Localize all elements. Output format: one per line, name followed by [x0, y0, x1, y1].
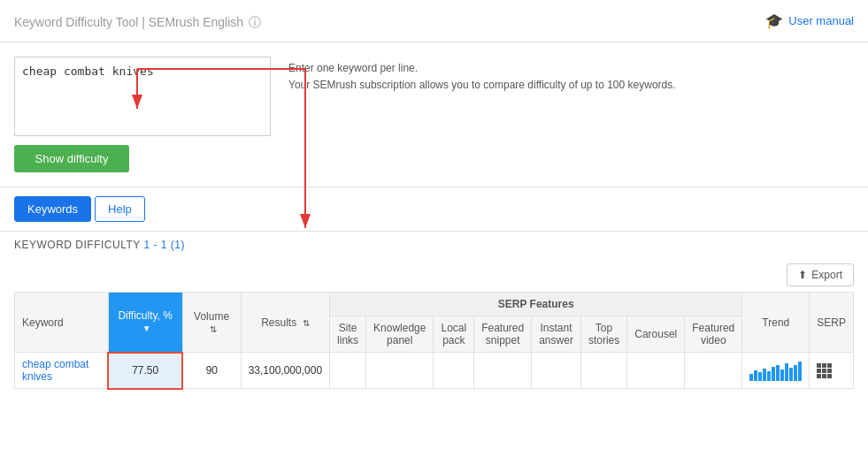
sub-col-knowledge-panel: Knowledgepanel — [366, 316, 434, 353]
cell-top-stories — [580, 353, 626, 389]
cell-volume: 90 — [182, 353, 241, 389]
sort-icon-volume: ⇅ — [210, 324, 217, 334]
kd-range: 1 - 1 (1) — [143, 239, 185, 251]
bar-10 — [789, 368, 793, 381]
upload-icon: ⬆ — [798, 269, 807, 281]
graduation-icon: 🎓 — [765, 12, 783, 29]
sort-icon-results: ⇅ — [303, 318, 310, 328]
keyword-input[interactable]: cheap combat knives — [14, 57, 271, 136]
cell-carousel — [627, 353, 685, 389]
cell-difficulty: 77.50 — [108, 353, 182, 389]
bar-9 — [785, 363, 788, 381]
bar-5 — [767, 371, 771, 381]
cell-trend — [742, 353, 810, 389]
cell-knowledge-panel — [366, 353, 434, 389]
bar-11 — [794, 365, 797, 381]
table-wrap: Keyword Difficulty, % ▼ Volume ⇅ Results… — [0, 292, 868, 404]
bar-2 — [754, 370, 757, 381]
col-volume[interactable]: Volume ⇅ — [182, 293, 241, 353]
cell-keyword: cheap combat knives — [15, 353, 109, 389]
sub-col-local-pack: Localpack — [434, 316, 474, 353]
title-text: Keyword Difficulty Tool | SEMrush Englis… — [14, 15, 243, 29]
export-label: Export — [811, 269, 842, 281]
page-title: Keyword Difficulty Tool | SEMrush Englis… — [14, 11, 261, 31]
info-icon[interactable]: ⓘ — [249, 15, 261, 29]
sub-col-featured-video: Featuredvideo — [685, 316, 742, 353]
cell-instant-answer — [532, 353, 581, 389]
page-header: Keyword Difficulty Tool | SEMrush Englis… — [0, 0, 868, 42]
col-difficulty[interactable]: Difficulty, % ▼ — [108, 293, 182, 353]
col-trend: Trend — [742, 293, 810, 353]
cell-serp[interactable] — [810, 353, 854, 389]
keyword-link[interactable]: cheap combat knives — [22, 358, 88, 383]
cell-featured-video — [685, 353, 742, 389]
col-keyword: Keyword — [15, 293, 109, 353]
sort-icon-difficulty: ▼ — [142, 324, 151, 333]
input-hint: Enter one keyword per line. Your SEMrush… — [288, 57, 676, 94]
sub-col-instant-answer: Instantanswer — [532, 316, 581, 353]
tab-help[interactable]: Help — [95, 196, 145, 222]
export-button[interactable]: ⬆ Export — [787, 263, 854, 286]
bar-4 — [763, 369, 766, 381]
bar-3 — [758, 372, 762, 381]
kd-label: KEYWORD DIFFICULTY 1 - 1 (1) — [0, 232, 868, 258]
sub-col-carousel: Carousel — [627, 316, 685, 353]
bar-6 — [772, 367, 775, 381]
input-section: cheap combat knives Show difficulty Ente… — [0, 42, 868, 187]
tab-keywords[interactable]: Keywords — [14, 196, 91, 222]
col-serp: SERP — [810, 293, 854, 353]
cell-featured-snippet — [474, 353, 532, 389]
table-row: cheap combat knives 77.50 90 33,100,000,… — [15, 353, 854, 389]
hint-line1: Enter one keyword per line. — [288, 60, 676, 77]
serp-grid-icon — [817, 363, 846, 378]
bar-1 — [749, 374, 753, 381]
bar-7 — [776, 365, 780, 381]
user-manual-label: User manual — [788, 14, 854, 27]
sub-col-top-stories: Topstories — [580, 316, 626, 353]
col-results[interactable]: Results ⇅ — [241, 293, 329, 353]
bar-12 — [798, 362, 802, 381]
results-table: Keyword Difficulty, % ▼ Volume ⇅ Results… — [14, 292, 854, 390]
tabs-section: Keywords Help — [0, 187, 868, 232]
cell-results: 33,100,000,000 — [241, 353, 329, 389]
trend-sparkbar — [749, 360, 802, 381]
sub-col-featured-snippet: Featuredsnippet — [474, 316, 532, 353]
cell-local-pack — [434, 353, 474, 389]
bar-8 — [780, 369, 784, 381]
show-difficulty-button[interactable]: Show difficulty — [14, 145, 129, 172]
cell-site-links — [330, 353, 366, 389]
table-toolbar: ⬆ Export — [0, 258, 868, 292]
kd-prefix: KEYWORD DIFFICULTY — [14, 239, 141, 251]
col-serp-features: SERP Features — [330, 293, 742, 316]
sub-col-site-links: Sitelinks — [330, 316, 366, 353]
hint-line2: Your SEMrush subscription allows you to … — [288, 77, 676, 94]
user-manual-link[interactable]: 🎓 User manual — [765, 12, 854, 29]
